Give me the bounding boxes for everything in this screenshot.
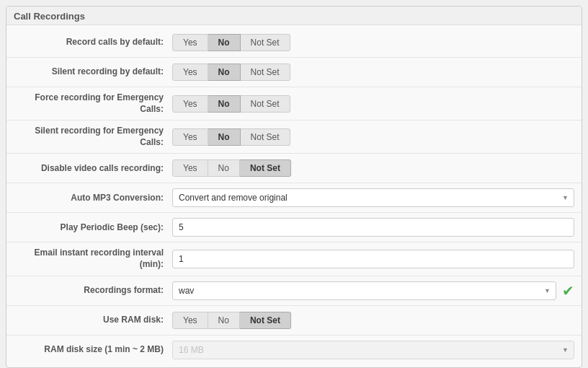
row-silent-emergency: Silent recording for Emergency Calls: Ye… (6, 122, 582, 152)
btn-video-notset[interactable]: Not Set (240, 159, 291, 177)
btn-silent-emerg-notset[interactable]: Not Set (241, 128, 290, 146)
control-email-interval (172, 250, 574, 268)
row-force-recording-emergency: Force recording for Emergency Calls: Yes… (6, 89, 582, 118)
control-ram-disk-size: 16 MB 32 MB 64 MB (172, 341, 574, 359)
btn-video-no[interactable]: No (208, 159, 240, 177)
row-disable-video: Disable video calls recording: Yes No No… (6, 155, 582, 181)
label-force-recording: Force recording for Emergency Calls: (14, 92, 172, 115)
recordings-format-with-icon: wav mp3 ogg ✔ (172, 281, 574, 300)
toggle-silent-emergency: Yes No Not Set (172, 128, 290, 146)
btn-record-calls-yes[interactable]: Yes (172, 34, 208, 51)
btn-silent-emerg-yes[interactable]: Yes (172, 128, 208, 146)
control-disable-video: Yes No Not Set (172, 159, 574, 177)
row-record-calls-default: Record calls by default: Yes No Not Set (6, 30, 582, 56)
row-use-ram-disk: Use RAM disk: Yes No Not Set (6, 307, 582, 333)
btn-record-calls-no[interactable]: No (208, 34, 241, 51)
panel-title: Call Recordings (6, 6, 582, 25)
btn-silent-notset[interactable]: Not Set (241, 63, 290, 81)
label-auto-mp3: Auto MP3 Conversion: (14, 193, 172, 204)
btn-ram-no[interactable]: No (208, 312, 240, 329)
control-periodic-beep (172, 218, 574, 237)
row-email-interval: Email instant recording interval (min): (6, 244, 582, 273)
btn-silent-emerg-no[interactable]: No (208, 128, 241, 146)
control-force-recording: Yes No Not Set (172, 95, 574, 113)
control-record-calls: Yes No Not Set (172, 34, 574, 51)
select-recordings-format[interactable]: wav mp3 ogg (172, 281, 556, 300)
toggle-record-calls: Yes No Not Set (172, 34, 290, 51)
select-auto-mp3[interactable]: Convert and remove original Convert and … (172, 188, 574, 207)
call-recordings-panel: Call Recordings Record calls by default:… (6, 6, 582, 368)
btn-force-no[interactable]: No (208, 95, 241, 113)
recordings-format-check-icon: ✔ (562, 282, 574, 299)
select-ram-disk-size[interactable]: 16 MB 32 MB 64 MB (172, 341, 574, 359)
btn-silent-no[interactable]: No (208, 63, 241, 81)
row-ram-disk-size: RAM disk size (1 min ~ 2 MB) 16 MB 32 MB… (6, 337, 582, 363)
toggle-use-ram-disk: Yes No Not Set (172, 312, 291, 329)
label-email-interval: Email instant recording interval (min): (14, 247, 172, 270)
row-recordings-format: Recordings format: wav mp3 ogg ✔ (6, 278, 582, 304)
control-silent-emergency: Yes No Not Set (172, 128, 574, 146)
btn-force-yes[interactable]: Yes (172, 95, 208, 113)
label-disable-video: Disable video calls recording: (14, 163, 172, 175)
label-use-ram-disk: Use RAM disk: (14, 315, 172, 326)
btn-ram-yes[interactable]: Yes (172, 312, 208, 329)
row-auto-mp3: Auto MP3 Conversion: Convert and remove … (6, 185, 582, 211)
control-silent-recording: Yes No Not Set (172, 63, 574, 81)
row-silent-recording-default: Silent recording by default: Yes No Not … (6, 59, 582, 85)
toggle-disable-video: Yes No Not Set (172, 159, 291, 177)
btn-force-notset[interactable]: Not Set (241, 95, 290, 113)
row-periodic-beep: Play Periodic Beep (sec): (6, 214, 582, 240)
select-wrapper-auto-mp3: Convert and remove original Convert and … (172, 188, 574, 207)
input-email-interval[interactable] (172, 250, 574, 268)
select-wrapper-ram-size: 16 MB 32 MB 64 MB (172, 341, 574, 359)
btn-ram-notset[interactable]: Not Set (240, 312, 291, 329)
panel-body: Record calls by default: Yes No Not Set … (6, 25, 582, 367)
label-silent-recording: Silent recording by default: (14, 66, 172, 78)
btn-video-yes[interactable]: Yes (172, 159, 208, 177)
label-silent-emergency: Silent recording for Emergency Calls: (14, 126, 172, 148)
btn-silent-yes[interactable]: Yes (172, 63, 208, 81)
control-use-ram-disk: Yes No Not Set (172, 312, 574, 329)
toggle-force-recording: Yes No Not Set (172, 95, 290, 113)
label-periodic-beep: Play Periodic Beep (sec): (14, 222, 172, 234)
control-auto-mp3: Convert and remove original Convert and … (172, 188, 574, 207)
input-periodic-beep[interactable] (172, 218, 574, 237)
label-record-calls: Record calls by default: (14, 37, 172, 48)
control-recordings-format: wav mp3 ogg ✔ (172, 281, 574, 300)
select-wrapper-recordings-format: wav mp3 ogg (172, 281, 556, 300)
label-ram-disk-size: RAM disk size (1 min ~ 2 MB) (14, 344, 172, 356)
label-recordings-format: Recordings format: (14, 285, 172, 297)
btn-record-calls-notset[interactable]: Not Set (241, 34, 290, 51)
toggle-silent-recording: Yes No Not Set (172, 63, 290, 81)
